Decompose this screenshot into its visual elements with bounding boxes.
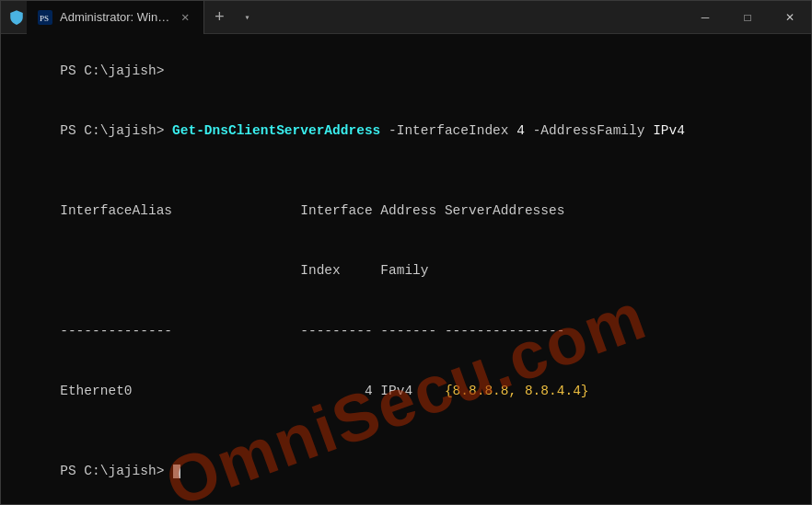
active-tab[interactable]: PS Administrator: Windows Powe ✕ xyxy=(27,1,204,34)
cursor xyxy=(173,465,180,478)
cmd-param2: -AddressFamily xyxy=(525,123,653,138)
data-row-ethernet: Ethernet0 4 IPv4 {8.8.8.8, 8.8.4.4} xyxy=(12,362,800,421)
col-header-servers: ServerAddresses xyxy=(445,203,565,218)
terminal-line-1: PS C:\jajish> xyxy=(12,41,800,101)
terminal-line-2: PS C:\jajish> Get-DnsClientServerAddress… xyxy=(12,101,800,161)
tab-title: Administrator: Windows Powe xyxy=(60,10,170,24)
col-header-family2: Family xyxy=(380,263,428,278)
prompt-final: PS C:\jajish> xyxy=(60,464,172,478)
powershell-icon: PS xyxy=(38,10,52,25)
maximize-button[interactable]: □ xyxy=(726,1,769,34)
cmd-val1: 4 xyxy=(516,123,525,138)
titlebar-left xyxy=(1,9,27,26)
col-header-index: Interface xyxy=(300,203,380,218)
divider-index: --------- xyxy=(300,324,380,339)
terminal-body[interactable]: PS C:\jajish> PS C:\jajish> Get-DnsClien… xyxy=(1,34,811,504)
col-header-index2: Index xyxy=(300,263,380,278)
titlebar: PS Administrator: Windows Powe ✕ + ▾ ─ □… xyxy=(1,1,811,34)
tab-close-button[interactable]: ✕ xyxy=(178,9,192,26)
cmd-param1: -InterfaceIndex xyxy=(380,123,516,138)
divider-alias: -------------- xyxy=(60,324,300,339)
cmd-val2: IPv4 xyxy=(653,123,685,138)
window-controls: ─ □ ✕ xyxy=(684,1,811,34)
data-alias: Ethernet0 xyxy=(60,384,300,398)
shield-icon xyxy=(8,9,25,26)
header-row-1: InterfaceAlias Interface Address ServerA… xyxy=(12,181,800,241)
svg-text:PS: PS xyxy=(40,14,49,23)
header-row-2: Index Family xyxy=(12,242,800,302)
prompt-1: PS C:\jajish> xyxy=(60,63,164,78)
new-tab-button[interactable]: + xyxy=(204,1,234,34)
data-family: IPv4 xyxy=(380,384,445,398)
close-button[interactable]: ✕ xyxy=(769,1,811,34)
minimize-button[interactable]: ─ xyxy=(684,1,726,34)
col-header-alias: InterfaceAlias xyxy=(60,203,300,218)
data-servers: {8.8.8.8, 8.8.4.4} xyxy=(445,384,589,398)
col-header-alias2 xyxy=(60,263,300,278)
blank-line-1 xyxy=(12,162,800,182)
terminal-line-final: PS C:\jajish> xyxy=(12,442,800,501)
window: PS Administrator: Windows Powe ✕ + ▾ ─ □… xyxy=(0,0,812,505)
dropdown-button[interactable]: ▾ xyxy=(234,1,260,34)
divider-family: ------- xyxy=(380,324,445,339)
prompt-2: PS C:\jajish> xyxy=(60,123,172,138)
blank-line-2 xyxy=(12,421,800,442)
divider-row: -------------- --------- ------- -------… xyxy=(12,302,800,362)
col-header-family: Address xyxy=(380,203,445,218)
divider-servers: --------------- xyxy=(445,324,565,339)
data-index: 4 xyxy=(300,384,380,398)
cmd-name: Get-DnsClientServerAddress xyxy=(172,123,380,138)
